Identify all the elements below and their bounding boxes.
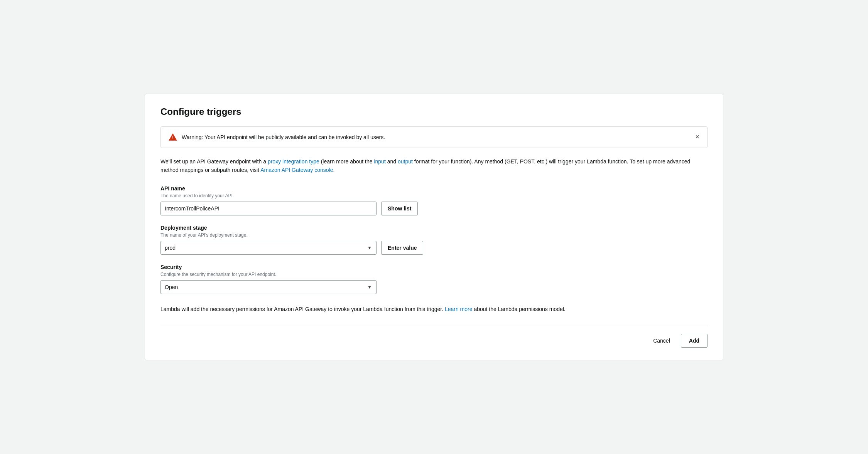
cancel-button[interactable]: Cancel	[647, 334, 676, 348]
deployment-stage-select[interactable]: prod dev staging	[160, 241, 377, 255]
security-row: Open AWS IAM Open with API key ▼	[160, 280, 708, 294]
security-select[interactable]: Open AWS IAM Open with API key	[160, 280, 377, 294]
desc-part1: We'll set up an API Gateway endpoint wit…	[160, 158, 268, 165]
svg-text:!: !	[172, 135, 173, 140]
desc-part2: (learn more about the	[319, 158, 374, 165]
desc-part3: and	[386, 158, 398, 165]
desc-part5: .	[333, 167, 334, 173]
footer-text: Lambda will add the necessary permission…	[160, 305, 708, 313]
warning-icon: !	[169, 133, 177, 141]
warning-text: Warning: Your API endpoint will be publi…	[182, 134, 385, 140]
api-gateway-console-link[interactable]: Amazon API Gateway console	[260, 167, 333, 173]
output-link[interactable]: output	[398, 158, 413, 165]
proxy-integration-link[interactable]: proxy integration type	[268, 158, 319, 165]
configure-triggers-dialog: Configure triggers ! Warning: Your API e…	[145, 94, 723, 360]
deployment-stage-hint: The name of your API's deployment stage.	[160, 232, 708, 238]
enter-value-button[interactable]: Enter value	[381, 241, 423, 255]
dialog-footer: Cancel Add	[160, 326, 708, 348]
input-link[interactable]: input	[374, 158, 385, 165]
security-hint: Configure the security mechanism for you…	[160, 272, 708, 277]
security-label: Security	[160, 264, 708, 270]
description-text: We'll set up an API Gateway endpoint wit…	[160, 157, 708, 175]
deployment-stage-section: Deployment stage The name of your API's …	[160, 225, 708, 255]
deployment-stage-select-wrapper: prod dev staging ▼	[160, 241, 377, 255]
deployment-stage-label: Deployment stage	[160, 225, 708, 231]
add-button[interactable]: Add	[681, 334, 708, 348]
learn-more-link[interactable]: Learn more	[445, 306, 473, 312]
api-name-row: Show list	[160, 202, 708, 215]
warning-banner: ! Warning: Your API endpoint will be pub…	[160, 126, 708, 148]
footer-part1: Lambda will add the necessary permission…	[160, 306, 445, 312]
api-name-section: API name The name used to identify your …	[160, 185, 708, 215]
api-name-hint: The name used to identify your API.	[160, 193, 708, 198]
api-name-label: API name	[160, 185, 708, 192]
warning-left: ! Warning: Your API endpoint will be pub…	[169, 133, 385, 141]
footer-part2: about the Lambda permissions model.	[473, 306, 566, 312]
security-select-wrapper: Open AWS IAM Open with API key ▼	[160, 280, 377, 294]
dialog-title: Configure triggers	[160, 106, 708, 117]
deployment-stage-row: prod dev staging ▼ Enter value	[160, 241, 708, 255]
api-name-input[interactable]	[160, 202, 377, 215]
security-section: Security Configure the security mechanis…	[160, 264, 708, 294]
show-list-button[interactable]: Show list	[381, 202, 418, 215]
warning-close-button[interactable]: ×	[695, 133, 699, 141]
